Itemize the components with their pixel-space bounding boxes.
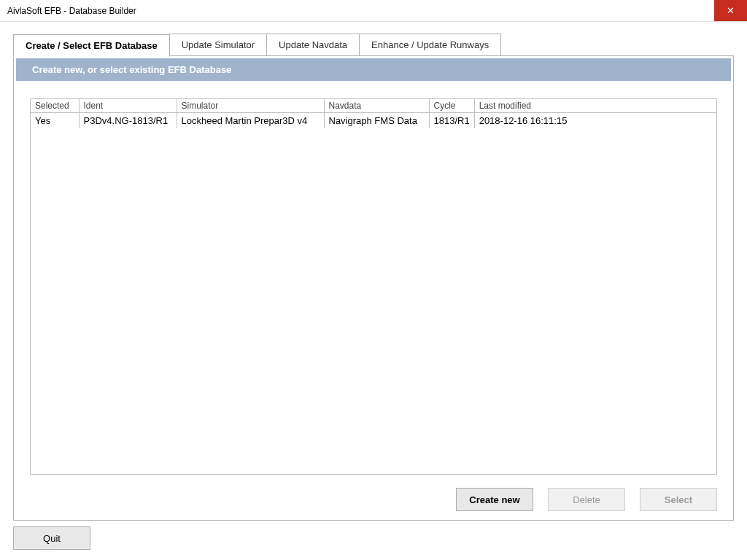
tab-enhance-runways[interactable]: Enhance / Update Runways [359,34,501,55]
cell-last-modified: 2018-12-16 16:11:15 [474,113,716,129]
close-button[interactable]: ✕ [714,0,747,21]
tab-bar: Create / Select EFB Database Update Simu… [13,34,734,55]
col-cycle[interactable]: Cycle [429,99,474,113]
delete-button: Delete [548,488,625,511]
cell-navdata: Navigraph FMS Data [324,113,429,129]
tab-label: Update Simulator [182,39,255,50]
quit-button[interactable]: Quit [13,526,90,550]
col-selected[interactable]: Selected [31,99,79,113]
content-area: Create / Select EFB Database Update Simu… [0,22,747,560]
col-navdata[interactable]: Navdata [324,99,429,113]
table-row[interactable]: Yes P3Dv4.NG-1813/R1 Lockheed Martin Pre… [31,113,716,129]
tab-label: Enhance / Update Runways [371,39,489,50]
footer-row: Quit [13,526,734,550]
titlebar: AivlaSoft EFB - Database Builder ✕ [0,0,747,22]
create-new-button[interactable]: Create new [456,488,533,511]
tab-update-simulator[interactable]: Update Simulator [169,34,267,55]
panel-header: Create new, or select existing EFB Datab… [16,58,731,81]
database-table: Selected Ident Simulator Navdata Cycle L… [30,98,717,475]
select-button: Select [640,488,717,511]
cell-cycle: 1813/R1 [429,113,474,129]
col-ident[interactable]: Ident [79,99,177,113]
action-buttons: Create new Delete Select [14,488,733,511]
window-title: AivlaSoft EFB - Database Builder [0,6,136,16]
tab-update-navdata[interactable]: Update Navdata [266,34,360,55]
close-icon: ✕ [727,5,735,16]
cell-ident: P3Dv4.NG-1813/R1 [79,113,177,129]
tab-create-select[interactable]: Create / Select EFB Database [13,34,170,57]
tab-label: Create / Select EFB Database [26,40,158,51]
col-last-modified[interactable]: Last modified [474,99,716,113]
table-header-row: Selected Ident Simulator Navdata Cycle L… [31,99,716,113]
tab-label: Update Navdata [279,39,347,50]
cell-simulator: Lockheed Martin Prepar3D v4 [177,113,324,129]
col-simulator[interactable]: Simulator [177,99,324,113]
window-controls: ✕ [714,0,747,21]
tab-panel: Create new, or select existing EFB Datab… [13,55,734,521]
cell-selected: Yes [31,113,79,129]
table-empty-area[interactable] [31,128,716,474]
